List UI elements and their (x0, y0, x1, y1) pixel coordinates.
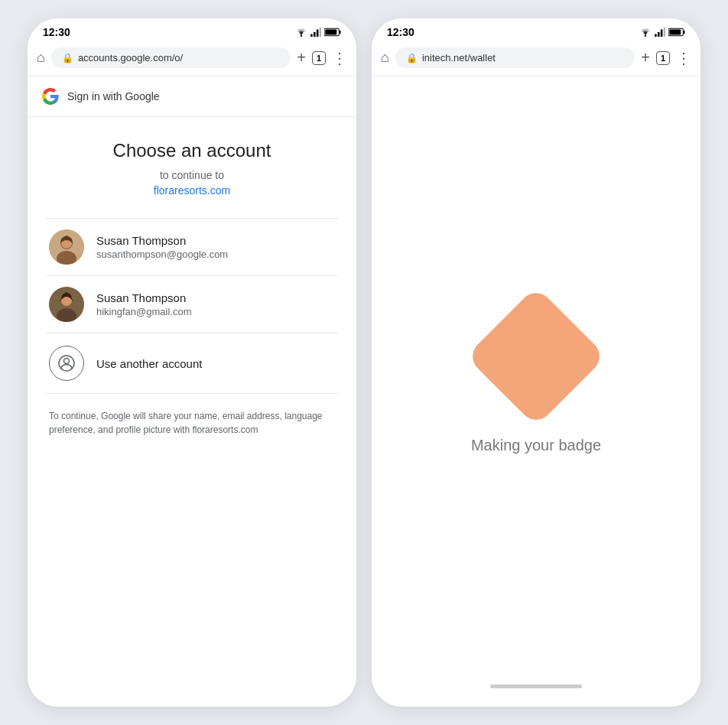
account-name-1: Susan Thompson (96, 234, 228, 247)
badge-container: Making your badge (456, 76, 616, 684)
svg-rect-18 (655, 34, 657, 37)
right-phone: 12:30 ⌂ 🔒 (372, 18, 700, 707)
svg-rect-24 (669, 29, 681, 34)
home-icon-right[interactable]: ⌂ (381, 50, 389, 66)
avatar-1 (49, 229, 84, 265)
account-item-2[interactable]: Susan Thompson hikingfan@gmail.com (46, 276, 338, 333)
add-tab-left[interactable]: + (297, 49, 306, 67)
status-icons-left (295, 28, 341, 37)
svg-rect-7 (325, 29, 336, 34)
google-signin-header: Sign in with Google (28, 76, 356, 117)
making-badge-text: Making your badge (471, 437, 601, 454)
page-content-right: Making your badge (372, 76, 700, 707)
svg-rect-1 (310, 34, 313, 37)
left-phone: 12:30 ⌂ (28, 18, 356, 707)
status-bar-right: 12:30 (372, 18, 700, 43)
svg-point-17 (645, 35, 646, 37)
svg-rect-21 (664, 28, 665, 37)
home-indicator-right (490, 684, 582, 688)
page-content-left: Sign in with Google Choose an account to… (28, 76, 356, 707)
address-bar-left[interactable]: 🔒 accounts.google.com/o/ (51, 47, 291, 68)
account-item-1[interactable]: Susan Thompson susanthompson@google.com (46, 219, 338, 276)
account-email-1: susanthompson@google.com (96, 249, 228, 260)
account-info-2: Susan Thompson hikingfan@gmail.com (96, 291, 191, 317)
status-time-right: 12:30 (387, 26, 414, 38)
choose-account-body: Choose an account to continue to florare… (28, 117, 356, 460)
continue-text: to continue to (46, 169, 338, 181)
svg-point-16 (64, 359, 70, 364)
svg-rect-3 (317, 30, 319, 37)
more-menu-right[interactable]: ⋮ (676, 49, 691, 67)
avatar-2 (49, 287, 84, 322)
signin-label: Sign in with Google (67, 90, 160, 102)
wifi-icon (295, 28, 307, 37)
svg-point-0 (301, 35, 302, 37)
more-menu-left[interactable]: ⋮ (332, 49, 347, 67)
svg-rect-4 (320, 28, 321, 37)
site-link[interactable]: floraresorts.com (46, 184, 338, 197)
use-another-label: Use another account (96, 357, 202, 370)
wifi-icon-right (639, 28, 652, 37)
account-name-2: Susan Thompson (96, 291, 191, 304)
account-info-1: Susan Thompson susanthompson@google.com (96, 234, 228, 260)
url-right: initech.net/wallet (422, 52, 496, 63)
google-logo (41, 87, 60, 106)
status-icons-right (639, 28, 685, 37)
browser-chrome-right: ⌂ 🔒 initech.net/wallet + 1 ⋮ (372, 43, 700, 76)
url-left: accounts.google.com/o/ (78, 52, 183, 63)
svg-rect-23 (684, 31, 685, 34)
svg-rect-2 (314, 32, 316, 37)
svg-rect-19 (658, 32, 660, 37)
person-circle-icon (49, 346, 84, 381)
browser-bar-right: ⌂ 🔒 initech.net/wallet + 1 ⋮ (381, 47, 691, 68)
address-bar-right[interactable]: 🔒 initech.net/wallet (395, 47, 635, 68)
choose-heading: Choose an account (46, 140, 338, 161)
lock-icon-left: 🔒 (62, 53, 73, 63)
browser-chrome-left: ⌂ 🔒 accounts.google.com/o/ + 1 ⋮ (28, 43, 356, 76)
add-tab-right[interactable]: + (641, 49, 650, 67)
tab-count-right[interactable]: 1 (656, 51, 670, 65)
svg-rect-6 (340, 31, 341, 34)
privacy-notice: To continue, Google will share your name… (46, 394, 338, 444)
status-time-left: 12:30 (43, 26, 70, 38)
account-list: Susan Thompson susanthompson@google.com (46, 218, 338, 394)
lock-icon-right: 🔒 (406, 53, 418, 63)
status-bar-left: 12:30 (28, 18, 356, 43)
battery-icon-right (668, 28, 685, 37)
signal-icon-right (655, 28, 665, 37)
signal-icon (310, 28, 321, 37)
use-another-account[interactable]: Use another account (46, 333, 338, 394)
home-icon-left[interactable]: ⌂ (37, 50, 45, 66)
battery-icon (324, 28, 341, 37)
account-email-2: hikingfan@gmail.com (96, 306, 191, 317)
diamond-badge-shape (466, 286, 606, 427)
svg-rect-20 (661, 30, 663, 37)
browser-bar-left: ⌂ 🔒 accounts.google.com/o/ + 1 ⋮ (37, 47, 347, 68)
tab-count-left[interactable]: 1 (312, 51, 326, 65)
